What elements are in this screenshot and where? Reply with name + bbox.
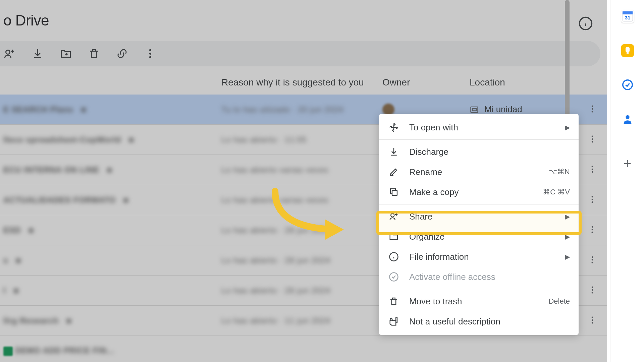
offline-icon — [388, 271, 400, 283]
menu-divider — [379, 289, 579, 289]
svg-point-24 — [592, 229, 593, 230]
svg-point-16 — [592, 141, 593, 142]
menu-label: Activate offline access — [409, 272, 570, 282]
menu-label: Discharge — [409, 147, 570, 157]
menu-rename[interactable]: Rename ⌥⌘N — [379, 162, 579, 182]
share-icon — [388, 210, 400, 223]
column-reason[interactable]: Reason why it is suggested to you — [221, 77, 382, 88]
menu-not-useful[interactable]: Not a useful description — [379, 311, 579, 331]
svg-rect-9 — [471, 107, 478, 112]
context-menu: To open with ▶ Discharge Rename ⌥⌘N Make… — [379, 114, 579, 335]
svg-point-49 — [626, 115, 629, 119]
svg-text:31: 31 — [625, 15, 630, 20]
drive-icon — [470, 105, 479, 114]
chevron-right-icon: ▶ — [565, 213, 570, 221]
download-icon — [388, 146, 400, 158]
svg-point-12 — [592, 108, 593, 110]
menu-shortcut: Delete — [548, 297, 570, 306]
rename-icon — [388, 166, 400, 178]
calendar-app-icon[interactable]: 31 — [621, 10, 634, 23]
svg-point-7 — [149, 53, 151, 55]
svg-point-18 — [592, 168, 593, 170]
menu-make-copy[interactable]: Make a copy ⌘C ⌘V — [379, 182, 579, 202]
more-actions-icon[interactable] — [144, 48, 156, 60]
svg-point-44 — [390, 273, 398, 281]
menu-label: Make a copy — [409, 187, 543, 197]
menu-organize[interactable]: Organize ▶ — [379, 227, 579, 247]
folder-icon — [388, 231, 400, 243]
menu-shortcut: ⌥⌘N — [549, 168, 570, 176]
svg-point-13 — [592, 111, 593, 112]
row-more-icon[interactable] — [588, 104, 597, 115]
chevron-right-icon: ▶ — [565, 233, 570, 241]
copy-icon — [388, 186, 400, 198]
download-icon[interactable] — [32, 48, 44, 60]
row-more-icon[interactable] — [588, 285, 597, 296]
row-more-icon[interactable] — [588, 315, 597, 326]
column-location[interactable]: Location — [470, 77, 607, 88]
svg-point-14 — [592, 135, 593, 137]
trash-icon[interactable] — [88, 48, 100, 60]
menu-download[interactable]: Discharge — [379, 142, 579, 162]
svg-point-23 — [592, 226, 593, 228]
page-title: o Drive — [0, 0, 607, 41]
svg-point-25 — [592, 231, 593, 233]
row-more-icon[interactable] — [588, 255, 597, 266]
menu-label: To open with — [409, 122, 561, 133]
row-more-icon[interactable] — [588, 195, 597, 205]
svg-point-19 — [592, 171, 593, 173]
menu-label: Not a useful description — [409, 316, 570, 327]
svg-point-15 — [592, 138, 593, 140]
menu-divider — [379, 139, 579, 140]
share-icon[interactable] — [3, 48, 15, 60]
open-with-icon — [388, 121, 400, 133]
svg-point-20 — [592, 196, 593, 197]
tasks-app-icon[interactable] — [621, 78, 634, 91]
menu-trash[interactable]: Move to trash Delete — [379, 291, 579, 311]
svg-point-32 — [592, 316, 593, 318]
menu-label: Share — [409, 212, 561, 222]
add-app-button[interactable]: + — [621, 157, 634, 170]
chevron-right-icon: ▶ — [565, 123, 570, 131]
row-more-icon[interactable] — [588, 165, 597, 175]
svg-point-17 — [592, 166, 593, 167]
side-panel-rail: 31 + — [610, 0, 644, 362]
details-info-button[interactable] — [578, 16, 593, 31]
menu-label: Organize — [409, 232, 561, 242]
menu-share[interactable]: Share ▶ — [379, 206, 579, 227]
link-icon[interactable] — [116, 48, 128, 60]
menu-offline: Activate offline access — [379, 267, 579, 287]
svg-point-26 — [592, 256, 593, 258]
menu-file-info[interactable]: File information ▶ — [379, 247, 579, 267]
svg-point-11 — [592, 105, 593, 107]
thumbs-down-icon — [388, 315, 400, 327]
svg-point-27 — [592, 259, 593, 260]
svg-point-34 — [592, 322, 593, 323]
svg-point-38 — [391, 214, 394, 217]
info-icon — [388, 251, 400, 263]
svg-point-31 — [592, 292, 593, 293]
menu-shortcut: ⌘C ⌘V — [543, 188, 570, 196]
svg-rect-46 — [623, 11, 633, 14]
svg-point-33 — [592, 319, 593, 321]
row-more-icon[interactable] — [588, 134, 597, 145]
svg-rect-10 — [472, 108, 476, 111]
menu-label: Rename — [409, 167, 549, 177]
trash-icon — [388, 295, 400, 307]
menu-divider — [379, 204, 579, 204]
menu-open-with[interactable]: To open with ▶ — [379, 117, 579, 137]
move-icon[interactable] — [60, 48, 72, 60]
contacts-app-icon[interactable] — [621, 113, 634, 125]
svg-point-3 — [6, 50, 10, 54]
file-row[interactable]: DEMO ADD PRICE FIN... — [0, 336, 607, 362]
selection-toolbar — [0, 41, 600, 66]
svg-rect-37 — [392, 190, 397, 195]
svg-point-30 — [592, 289, 593, 291]
columns-header: Reason why it is suggested to you Owner … — [0, 66, 607, 95]
location-label: Mi unidad — [484, 104, 522, 115]
column-owner[interactable]: Owner — [382, 77, 470, 88]
menu-label: File information — [409, 252, 561, 262]
keep-app-icon[interactable] — [621, 44, 634, 57]
svg-point-22 — [592, 201, 593, 203]
row-more-icon[interactable] — [588, 225, 597, 236]
